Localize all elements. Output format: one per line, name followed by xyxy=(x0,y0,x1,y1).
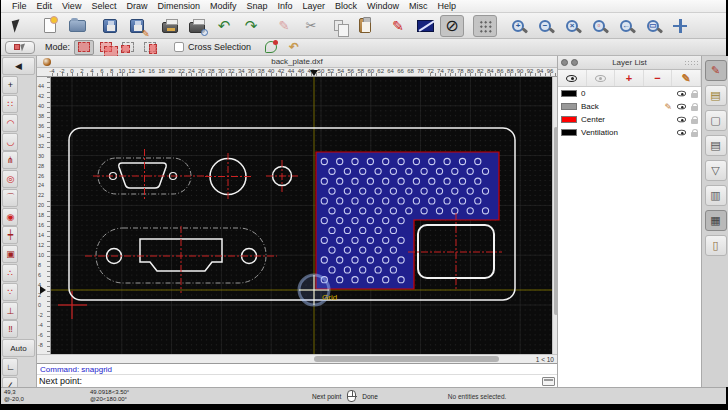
layer-lock-icon[interactable] xyxy=(691,106,698,111)
dock-entity-list-icon[interactable]: ▤ xyxy=(705,135,727,156)
zoom-pan-icon[interactable] xyxy=(668,15,692,37)
vertical-scrollbar-thumb[interactable] xyxy=(554,127,558,315)
menu-help[interactable]: Help xyxy=(433,0,462,13)
print-preview-icon[interactable] xyxy=(185,15,209,37)
menu-info[interactable]: Info xyxy=(273,0,298,13)
edit-pen-icon[interactable]: ✎ xyxy=(272,15,296,37)
dock-clipboard-dock-icon[interactable]: ▯ xyxy=(705,235,727,256)
select-intersect-mode[interactable] xyxy=(118,40,138,55)
print-icon[interactable] xyxy=(158,15,182,37)
undo-icon[interactable]: ↶ xyxy=(212,15,236,37)
copy-icon[interactable] xyxy=(326,15,350,37)
menu-draw[interactable]: Draw xyxy=(121,0,152,13)
snap-point-sequence[interactable]: ∴ xyxy=(2,264,18,282)
selection-group-button[interactable] xyxy=(5,41,35,54)
grid-toggle-icon[interactable] xyxy=(473,15,497,37)
cross-selection-checkbox[interactable] xyxy=(174,42,184,52)
draft-mode-icon[interactable]: ⊘ xyxy=(440,15,464,37)
paste-icon[interactable] xyxy=(353,15,377,37)
dock-entity-filter-icon[interactable]: ▽ xyxy=(705,160,727,181)
horizontal-scrollbar[interactable] xyxy=(37,355,523,363)
snap-tangent[interactable]: ⌒ xyxy=(2,189,18,207)
zoom-window-red-icon[interactable]: ▫ xyxy=(587,15,611,37)
deselect-contour-icon[interactable] xyxy=(265,41,277,53)
snap-middle[interactable]: ┿ xyxy=(2,226,18,244)
command-input-row[interactable]: Next point: xyxy=(37,374,557,387)
zoom-window-icon[interactable]: ▭ xyxy=(641,15,665,37)
pointer-tool-icon[interactable] xyxy=(5,15,29,37)
snap-on-entity[interactable]: ◡ xyxy=(2,133,18,151)
drawing-canvas[interactable]: Grid xyxy=(51,77,552,354)
dock-command-widget-icon[interactable]: ▥ xyxy=(705,185,727,206)
menu-modify[interactable]: Modify xyxy=(205,0,242,13)
zoom-in-icon[interactable]: + xyxy=(506,15,530,37)
snap-intersection[interactable]: ⋔ xyxy=(2,151,18,169)
add-layer-button[interactable]: + xyxy=(615,70,644,86)
menu-dimension[interactable]: Dimension xyxy=(152,0,205,13)
select-window-mode[interactable] xyxy=(74,40,94,55)
menu-edit[interactable]: Edit xyxy=(32,0,58,13)
show-all-layers-button[interactable] xyxy=(558,70,587,86)
snap-distance[interactable]: ▣ xyxy=(2,245,18,263)
layer-row-Ventilation[interactable]: Ventilation xyxy=(558,126,701,139)
document-tab-title[interactable]: back_plate.dxf xyxy=(37,57,557,66)
command-options-icon[interactable] xyxy=(542,377,555,386)
snap-auto[interactable]: Auto xyxy=(2,339,34,357)
layer-lock-icon[interactable] xyxy=(691,119,698,124)
menu-misc[interactable]: Misc xyxy=(404,0,433,13)
snap-point-reverse[interactable]: ∵ xyxy=(2,283,18,301)
restrict-nothing[interactable]: ‼ xyxy=(2,320,18,338)
new-document-icon[interactable] xyxy=(38,15,62,37)
zoom-auto-icon[interactable]: × xyxy=(560,15,584,37)
menu-select[interactable]: Select xyxy=(86,0,121,13)
menu-file[interactable]: File xyxy=(7,0,32,13)
line-attributes-icon[interactable] xyxy=(413,15,437,37)
absolute-coordinates: 49,3 xyxy=(4,389,84,396)
layer-visibility-icon[interactable] xyxy=(677,117,686,123)
panel-drag-handle[interactable] xyxy=(684,60,698,66)
revert-selection-icon[interactable]: ↶ xyxy=(289,40,299,54)
snap-free[interactable]: + xyxy=(2,76,18,94)
snap-circle[interactable]: ◉ xyxy=(2,208,18,226)
remove-layer-button[interactable]: − xyxy=(644,70,673,86)
open-file-icon[interactable] xyxy=(65,15,89,37)
menu-block[interactable]: Block xyxy=(330,0,362,13)
cut-icon[interactable]: ✂ xyxy=(299,15,323,37)
menu-layer[interactable]: Layer xyxy=(298,0,331,13)
zoom-out-icon[interactable]: − xyxy=(533,15,557,37)
dock-pen-palette-icon[interactable]: ✎ xyxy=(705,60,727,81)
cross-selection[interactable]: Cross Selection xyxy=(174,42,251,52)
layer-row-0[interactable]: 0 xyxy=(558,87,701,100)
layer-visibility-icon[interactable] xyxy=(677,130,686,136)
dock-block-list-icon[interactable]: ▤ xyxy=(705,85,727,106)
relative-coordinates: @-20,0 xyxy=(4,396,84,403)
vertical-scrollbar[interactable] xyxy=(552,77,557,354)
layer-lock-icon[interactable] xyxy=(691,132,698,137)
dock-library-browser-icon[interactable]: ▢ xyxy=(705,110,727,131)
menu-snap[interactable]: Snap xyxy=(241,0,272,13)
layer-visibility-icon[interactable] xyxy=(677,104,686,110)
restrict-orthogonal[interactable]: ⊥ xyxy=(2,302,18,320)
save-icon[interactable] xyxy=(98,15,122,37)
select-half-mode[interactable] xyxy=(140,40,160,55)
dock-layer-properties-icon[interactable]: ▦ xyxy=(705,210,727,231)
horizontal-scrollbar-thumb[interactable] xyxy=(314,356,499,362)
layer-lock-icon[interactable] xyxy=(691,93,698,98)
snap-coordinate[interactable]: ∟ xyxy=(2,358,18,376)
pen-tool-icon[interactable]: ✎ xyxy=(386,15,410,37)
hide-all-layers-button[interactable] xyxy=(587,70,616,86)
back-button[interactable]: ◀ xyxy=(2,57,34,75)
zoom-previous-icon[interactable]: ← xyxy=(614,15,638,37)
snap-center[interactable]: ◎ xyxy=(2,170,18,188)
menu-view[interactable]: View xyxy=(57,0,86,13)
menu-window[interactable]: Window xyxy=(362,0,404,13)
layer-visibility-icon[interactable] xyxy=(677,91,686,97)
select-add-mode[interactable] xyxy=(96,40,116,55)
edit-layer-button[interactable]: ✎ xyxy=(672,70,701,86)
snap-endpoint[interactable]: ◠ xyxy=(2,114,18,132)
redo-icon[interactable]: ↷ xyxy=(239,15,263,37)
layer-row-Back[interactable]: Back✎ xyxy=(558,100,701,113)
save-as-icon[interactable]: ✎ xyxy=(125,15,149,37)
snap-grid[interactable]: ∷ xyxy=(2,95,18,113)
layer-row-Center[interactable]: Center xyxy=(558,113,701,126)
